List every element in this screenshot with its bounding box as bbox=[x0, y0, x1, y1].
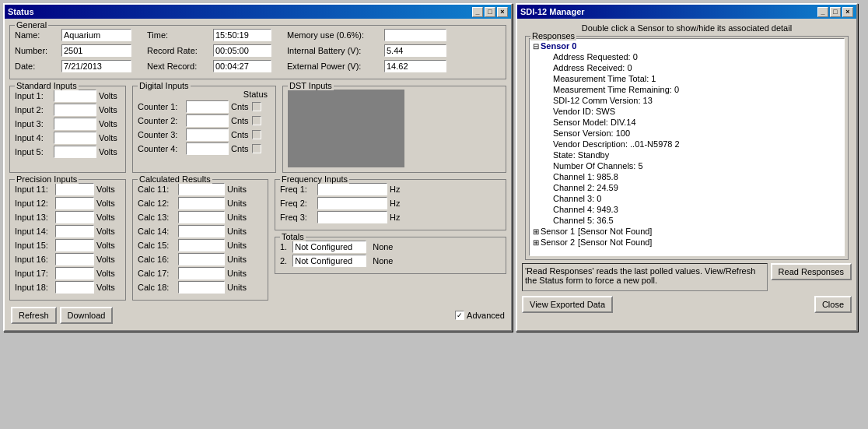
calc-input-4[interactable] bbox=[178, 239, 225, 251]
freq-unit-0: Hz bbox=[390, 185, 400, 194]
dig-input-1[interactable] bbox=[186, 114, 229, 127]
prec-unit-1: Volts bbox=[96, 199, 115, 208]
sensor0-row[interactable]: ⊟ Sensor 0 bbox=[531, 40, 842, 51]
time-input[interactable] bbox=[213, 29, 271, 41]
std-label-1: Input 2: bbox=[15, 105, 54, 114]
date-input[interactable] bbox=[61, 60, 131, 72]
date-label: Date: bbox=[15, 62, 61, 71]
next-record-input[interactable] bbox=[213, 60, 271, 72]
dig-input-3[interactable] bbox=[186, 142, 229, 155]
totals-input-0[interactable] bbox=[292, 241, 366, 253]
calc-row-1: Calc 12: Units bbox=[138, 197, 263, 209]
dig-input-0[interactable] bbox=[186, 100, 229, 113]
sdi-close-button[interactable]: × bbox=[842, 7, 853, 17]
sdi-maximize-button[interactable]: □ bbox=[830, 7, 841, 17]
refresh-button[interactable]: Refresh bbox=[11, 307, 57, 324]
dig-status-1[interactable] bbox=[252, 116, 261, 125]
sdi-close-btn[interactable]: Close bbox=[814, 296, 852, 313]
prec-input-6[interactable] bbox=[55, 267, 94, 280]
external-input[interactable] bbox=[384, 60, 446, 72]
prec-label-7: Input 18: bbox=[15, 283, 55, 292]
digital-input-row-2: Counter 3: Cnts bbox=[138, 128, 271, 141]
calc-unit-5: Units bbox=[227, 255, 247, 264]
calc-input-7[interactable] bbox=[178, 281, 225, 294]
frequency-inputs-group: Frequency Inputs Freq 1: Hz Freq 2: Hz F… bbox=[275, 179, 506, 230]
battery-input[interactable] bbox=[384, 44, 446, 57]
prec-input-7[interactable] bbox=[55, 281, 94, 294]
sensor0-item-8: Vendor Description: ..01-N5978 2 bbox=[531, 139, 842, 149]
memory-input[interactable] bbox=[384, 29, 446, 41]
totals-label: Totals bbox=[280, 232, 306, 241]
freq-input-1[interactable] bbox=[317, 197, 387, 209]
calc-input-1[interactable] bbox=[178, 197, 225, 209]
prec-input-4[interactable] bbox=[55, 239, 94, 251]
view-exported-button[interactable]: View Exported Data bbox=[522, 296, 613, 313]
minimize-button[interactable]: _ bbox=[472, 7, 483, 17]
digital-inputs-group: Digital Inputs Status Counter 1: Cnts Co… bbox=[132, 86, 276, 173]
freq-row-0: Freq 1: Hz bbox=[280, 183, 501, 195]
digital-input-row-3: Counter 4: Cnts bbox=[138, 142, 271, 155]
dig-unit-0: Cnts bbox=[231, 102, 249, 111]
sensor0-item-4: SDI-12 Comm Version: 13 bbox=[531, 95, 842, 106]
std-unit-2: Volts bbox=[99, 119, 117, 128]
sensor1-label: Sensor 1 bbox=[541, 227, 575, 236]
tree-view[interactable]: ⊟ Sensor 0 Address Requested: 0Address R… bbox=[529, 38, 845, 256]
dig-label-0: Counter 1: bbox=[138, 102, 186, 111]
battery-label: Internal Battery (V): bbox=[287, 46, 384, 55]
dig-status-0[interactable] bbox=[252, 102, 261, 111]
prec-unit-6: Volts bbox=[96, 269, 115, 278]
calc-row-2: Calc 13: Units bbox=[138, 211, 263, 223]
sensor0-item-5: Vendor ID: SWS bbox=[531, 106, 842, 117]
record-rate-input[interactable] bbox=[213, 44, 271, 57]
prec-input-3[interactable] bbox=[55, 225, 94, 237]
calc-row-5: Calc 16: Units bbox=[138, 253, 263, 265]
totals-input-1[interactable] bbox=[292, 255, 366, 267]
sensor0-item-15: Channel 5: 36.5 bbox=[531, 215, 842, 226]
calc-input-6[interactable] bbox=[178, 267, 225, 280]
download-button[interactable]: Download bbox=[60, 307, 114, 324]
calc-input-0[interactable] bbox=[178, 183, 225, 195]
totals-row-1: 2. None bbox=[280, 255, 501, 267]
advanced-label: Advanced bbox=[467, 311, 505, 320]
sdi-minimize-button[interactable]: _ bbox=[817, 7, 828, 17]
dig-status-2[interactable] bbox=[252, 130, 261, 139]
std-input-1[interactable] bbox=[54, 104, 96, 116]
freq-input-2[interactable] bbox=[317, 211, 387, 223]
std-unit-4: Volts bbox=[99, 147, 117, 156]
calc-unit-0: Units bbox=[227, 185, 247, 194]
responses-label: Responses bbox=[530, 31, 576, 40]
std-input-4[interactable] bbox=[54, 146, 96, 158]
read-responses-button[interactable]: Read Responses bbox=[771, 263, 852, 280]
calc-input-3[interactable] bbox=[178, 225, 225, 237]
prec-input-0[interactable] bbox=[55, 183, 94, 195]
record-rate-label: Record Rate: bbox=[147, 46, 213, 55]
prec-input-5[interactable] bbox=[55, 253, 94, 265]
calc-unit-1: Units bbox=[227, 199, 247, 208]
prec-unit-0: Volts bbox=[96, 185, 115, 194]
name-input[interactable] bbox=[61, 29, 131, 41]
expand-sensor1-icon[interactable]: ⊞ bbox=[533, 227, 539, 236]
prec-unit-3: Volts bbox=[96, 227, 115, 236]
std-input-2[interactable] bbox=[54, 118, 96, 130]
expand-sensor0-icon[interactable]: ⊟ bbox=[533, 42, 539, 51]
advanced-checkbox[interactable]: ✓ bbox=[455, 311, 464, 320]
number-input[interactable] bbox=[61, 44, 131, 57]
maximize-button[interactable]: □ bbox=[485, 7, 495, 17]
prec-input-1[interactable] bbox=[55, 197, 94, 209]
name-label: Name: bbox=[15, 30, 61, 40]
totals-unit-0: None bbox=[373, 242, 393, 251]
calc-input-2[interactable] bbox=[178, 211, 225, 223]
dig-status-3[interactable] bbox=[252, 144, 261, 153]
prec-input-2[interactable] bbox=[55, 211, 94, 223]
dig-input-2[interactable] bbox=[186, 128, 229, 141]
std-input-3[interactable] bbox=[54, 132, 96, 144]
sensor2-row[interactable]: ⊞ Sensor 2 [Sensor Not Found] bbox=[531, 237, 842, 248]
close-button[interactable]: × bbox=[497, 7, 508, 17]
expand-sensor2-icon[interactable]: ⊞ bbox=[533, 238, 539, 247]
calc-input-5[interactable] bbox=[178, 253, 225, 265]
sensor0-item-6: Sensor Model: DIV.14 bbox=[531, 117, 842, 128]
std-input-0[interactable] bbox=[54, 90, 96, 102]
advanced-check: ✓ Advanced bbox=[455, 311, 505, 320]
freq-input-0[interactable] bbox=[317, 183, 387, 195]
sensor1-row[interactable]: ⊞ Sensor 1 [Sensor Not Found] bbox=[531, 226, 842, 237]
